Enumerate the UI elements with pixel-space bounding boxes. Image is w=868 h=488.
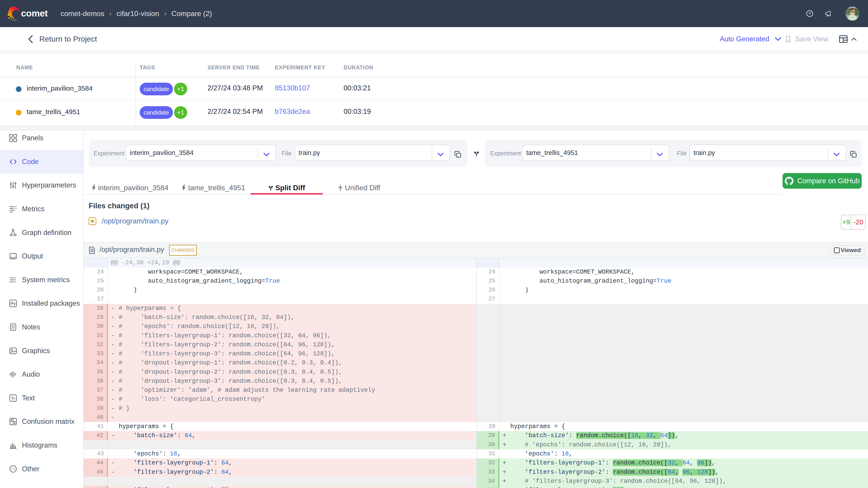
- svg-text:?: ?: [809, 11, 811, 16]
- svg-text:Py: Py: [11, 301, 16, 306]
- svg-text:Tr: Tr: [11, 396, 15, 400]
